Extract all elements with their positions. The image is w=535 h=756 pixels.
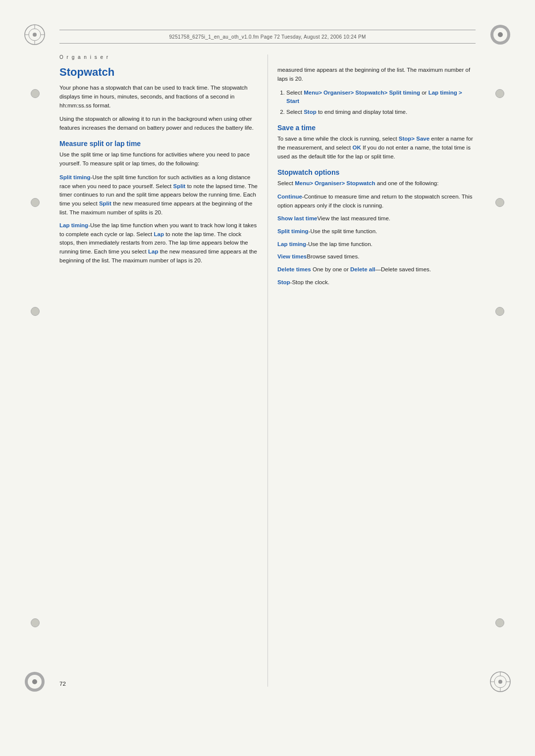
- option-lap-timing: Lap timing-Use the lap time function.: [277, 240, 476, 249]
- list-item-2: Select Stop to end timing and display to…: [286, 108, 476, 117]
- list-item-2-link: Stop: [304, 109, 317, 115]
- option-lap-timing-label: Lap timing: [277, 241, 306, 247]
- option-show-last-time-text: View the last measured time.: [318, 215, 390, 221]
- measure-section-body1: Use the split time or lap time functions…: [59, 151, 258, 168]
- stopwatch-options-heading: Stopwatch options: [277, 168, 476, 176]
- option-delete-all-label: Delete all: [350, 266, 375, 272]
- options-intro-suffix: and one of the following:: [375, 180, 439, 186]
- two-columns: Stopwatch Your phone has a stopwatch tha…: [59, 66, 476, 291]
- binding-hole-left-2: [31, 198, 40, 207]
- corner-decoration-tr: [485, 20, 515, 50]
- list-item-1-link: Menu> Organiser> Stopwatch> Split timing: [304, 90, 420, 96]
- option-show-last-time-label: Show last time: [277, 215, 318, 221]
- svg-point-2: [33, 33, 37, 37]
- save-section-heading: Save a time: [277, 124, 476, 132]
- option-stop-label: Stop: [277, 279, 290, 285]
- list-item-1: Select Menu> Organiser> Stopwatch> Split…: [286, 89, 476, 106]
- option-view-times: View timesBrowse saved times.: [277, 252, 476, 261]
- svg-point-9: [498, 32, 503, 37]
- save-link-1: Stop> Save: [399, 136, 429, 142]
- option-delete-times-label: Delete times: [277, 266, 311, 272]
- option-stop: Stop-Stop the clock.: [277, 278, 476, 287]
- measure-section-heading: Measure split or lap time: [59, 140, 258, 148]
- numbered-list: Select Menu> Organiser> Stopwatch> Split…: [286, 89, 476, 117]
- options-list: Continue-Continue to measure time and re…: [277, 193, 476, 287]
- options-intro-prefix: Select: [277, 180, 295, 186]
- corner-decoration-br: [485, 667, 515, 697]
- right-column: measured time appears at the beginning o…: [277, 66, 476, 291]
- page-number: 72: [59, 681, 66, 687]
- page-title: Stopwatch: [59, 66, 258, 79]
- intro-paragraph-1: Your phone has a stopwatch that can be u…: [59, 84, 258, 110]
- split-timing-block: Split timing-Use the split time function…: [59, 173, 258, 217]
- file-info: 9251758_6275i_1_en_au_oth_v1.0.fm Page 7…: [169, 34, 366, 40]
- option-continue: Continue-Continue to measure time and re…: [277, 193, 476, 210]
- binding-hole-left-3: [31, 307, 40, 316]
- right-top-body: measured time appears at the beginning o…: [277, 66, 476, 84]
- list-item-1-suffix: or: [420, 90, 428, 96]
- binding-hole-right-4: [495, 618, 504, 627]
- lap-timing-block: Lap timing-Use the lap time function whe…: [59, 221, 258, 265]
- list-item-2-prefix: Select: [286, 109, 304, 115]
- option-split-timing-text: -Use the split time function.: [309, 228, 377, 234]
- page-container: 9251758_6275i_1_en_au_oth_v1.0.fm Page 7…: [0, 0, 535, 756]
- option-continue-label: Continue: [277, 194, 302, 200]
- save-link-2: OK: [353, 145, 361, 151]
- option-delete-times: Delete times One by one or Delete all—De…: [277, 265, 476, 274]
- option-split-timing-label: Split timing: [277, 228, 309, 234]
- option-stop-text: -Stop the clock.: [290, 279, 329, 285]
- stopwatch-options-intro: Select Menu> Organiser> Stopwatch and on…: [277, 179, 476, 188]
- binding-hole-left-1: [31, 89, 40, 98]
- option-show-last-time: Show last timeView the last measured tim…: [277, 214, 476, 223]
- lap-link-1: Lap: [154, 231, 164, 237]
- content-area: O r g a n i s e r Stopwatch Your phone h…: [59, 54, 476, 687]
- option-delete-times-text2: —Delete saved times.: [375, 266, 431, 272]
- split-timing-label: Split timing: [59, 174, 91, 180]
- svg-point-15: [498, 680, 502, 684]
- save-body-1: To save a time while the clock is runnin…: [277, 136, 399, 142]
- list-item-1-prefix: Select: [286, 90, 304, 96]
- svg-point-12: [32, 679, 37, 684]
- list-item-2-suffix: to end timing and display total time.: [317, 109, 407, 115]
- binding-hole-right-2: [495, 198, 504, 207]
- split-link-2: Split: [99, 201, 111, 206]
- lap-timing-label: Lap timing: [59, 222, 88, 228]
- option-split-timing: Split timing-Use the split time function…: [277, 227, 476, 236]
- lap-link-2: Lap: [148, 249, 158, 254]
- options-intro-link: Menu> Organiser> Stopwatch: [295, 180, 375, 186]
- corner-decoration-tl: [20, 20, 50, 50]
- header-bar: 9251758_6275i_1_en_au_oth_v1.0.fm Page 7…: [59, 30, 476, 44]
- option-lap-timing-text: -Use the lap time function.: [306, 241, 373, 247]
- split-link-1: Split: [173, 183, 186, 189]
- section-label: O r g a n i s e r: [59, 54, 476, 60]
- left-column: Stopwatch Your phone has a stopwatch tha…: [59, 66, 258, 291]
- option-continue-text: -Continue to measure time and return to …: [277, 194, 473, 208]
- intro-paragraph-2: Using the stopwatch or allowing it to ru…: [59, 115, 258, 133]
- binding-hole-right-3: [495, 307, 504, 316]
- save-section-body: To save a time while the clock is runnin…: [277, 135, 476, 161]
- option-view-times-text: Browse saved times.: [307, 253, 359, 259]
- binding-hole-left-4: [31, 618, 40, 627]
- option-delete-times-text1: One by one or: [311, 266, 350, 272]
- corner-decoration-bl: [20, 667, 50, 697]
- option-view-times-label: View times: [277, 253, 307, 259]
- binding-hole-right-1: [495, 89, 504, 98]
